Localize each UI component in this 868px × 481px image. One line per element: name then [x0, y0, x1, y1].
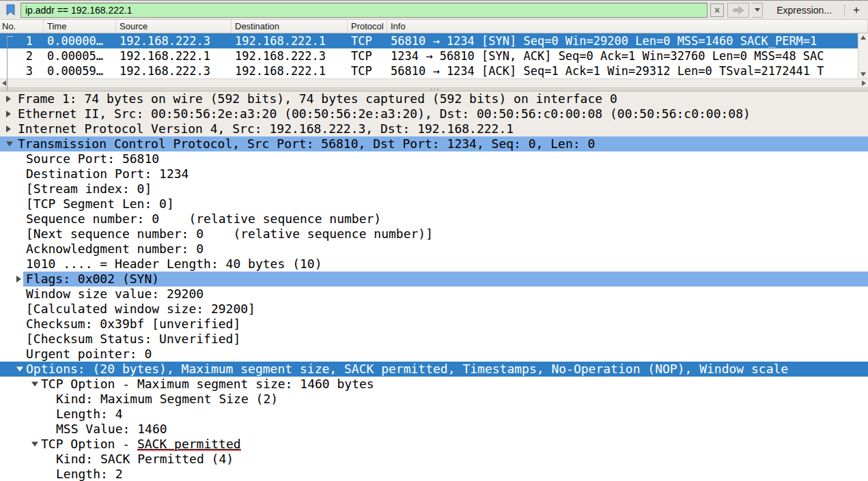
- cell-destination: 192.168.222.3: [232, 48, 348, 63]
- cell-source: 192.168.222.1: [116, 48, 232, 63]
- detail-row-ethernet[interactable]: Ethernet II, Src: 00:50:56:2e:a3:20 (00:…: [0, 106, 868, 121]
- expander-collapsed-icon[interactable]: [6, 96, 11, 102]
- detail-row-mss-kind[interactable]: Kind: Maximum Segment Size (2): [0, 392, 868, 407]
- cell-protocol: TCP: [348, 48, 387, 63]
- detail-row-next-sequence-number[interactable]: [Next sequence number: 0 (relative seque…: [0, 227, 868, 242]
- expander-expanded-icon[interactable]: [31, 442, 38, 447]
- expander-collapsed-icon[interactable]: [16, 276, 21, 282]
- detail-row-ip[interactable]: Internet Protocol Version 4, Src: 192.16…: [0, 121, 868, 136]
- sack-permitted-link[interactable]: SACK permitted: [137, 437, 241, 451]
- column-header-destination[interactable]: Destination: [232, 20, 348, 33]
- clear-filter-button[interactable]: ×: [710, 3, 724, 17]
- packet-row-1[interactable]: 1 0.00000… 192.168.222.3 192.168.222.1 T…: [0, 33, 868, 48]
- cell-info: 56810 → 1234 [SYN] Seq=0 Win=29200 Len=0…: [387, 33, 868, 48]
- detail-row-options[interactable]: Options: (20 bytes), Maximum segment siz…: [0, 362, 868, 377]
- cell-source: 192.168.222.3: [116, 63, 232, 78]
- filter-expression-text: ip.addr == 192.168.222.1: [25, 3, 707, 17]
- packet-list-header: No. Time Source Destination Protocol Inf…: [0, 20, 868, 33]
- detail-row-window-size[interactable]: Window size value: 29200: [0, 287, 868, 302]
- display-filter-toolbar: ip.addr == 192.168.222.1 × Expression...…: [0, 1, 868, 20]
- detail-row-acknowledgment-number[interactable]: Acknowledgment number: 0: [0, 242, 868, 257]
- filter-history-dropdown[interactable]: [752, 3, 763, 18]
- scroll-left-icon[interactable]: [2, 81, 6, 86]
- clear-icon: ×: [714, 5, 720, 16]
- sack-option-prefix: TCP Option -: [41, 437, 137, 451]
- expression-button[interactable]: Expression...: [766, 5, 841, 16]
- detail-row-mss-length[interactable]: Length: 4: [0, 407, 868, 422]
- cell-info: 1234 → 56810 [SYN, ACK] Seq=0 Ack=1 Win=…: [387, 48, 868, 63]
- bookmark-button[interactable]: [3, 3, 18, 18]
- detail-row-sequence-number[interactable]: Sequence number: 0 (relative sequence nu…: [0, 212, 868, 227]
- packet-list-horizontal-scrollbar[interactable]: [0, 78, 868, 88]
- cell-protocol: TCP: [348, 33, 387, 48]
- column-header-info[interactable]: Info: [387, 20, 868, 33]
- packet-row-3[interactable]: 3 0.00059… 192.168.222.3 192.168.222.1 T…: [0, 63, 868, 78]
- wireshark-window: ip.addr == 192.168.222.1 × Expression...…: [0, 0, 868, 481]
- cell-no: 1: [0, 33, 44, 48]
- cell-source: 192.168.222.3: [116, 33, 232, 48]
- detail-row-mss-value[interactable]: MSS Value: 1460: [0, 422, 868, 437]
- cell-no: 3: [0, 63, 44, 78]
- expander-collapsed-icon[interactable]: [6, 126, 11, 132]
- detail-row-checksum-status[interactable]: [Checksum Status: Unverified]: [0, 332, 868, 347]
- packet-details-pane: Frame 1: 74 bytes on wire (592 bits), 74…: [0, 91, 868, 481]
- detail-row-frame[interactable]: Frame 1: 74 bytes on wire (592 bits), 74…: [0, 91, 868, 106]
- detail-row-tcp[interactable]: Transmission Control Protocol, Src Port:…: [0, 136, 868, 151]
- detail-row-tcp-option-sack[interactable]: TCP Option - SACK permitted: [0, 437, 868, 452]
- scroll-down-icon[interactable]: [860, 72, 866, 76]
- expander-collapsed-icon[interactable]: [6, 111, 11, 117]
- column-header-source[interactable]: Source: [116, 20, 232, 33]
- cell-time: 0.00000…: [44, 33, 116, 48]
- detail-row-sack-kind[interactable]: Kind: SACK Permitted (4): [0, 452, 868, 467]
- scroll-up-icon[interactable]: [860, 35, 866, 40]
- cell-time: 0.00059…: [44, 63, 116, 78]
- apply-arrow-icon: [733, 5, 744, 15]
- expander-expanded-icon[interactable]: [6, 142, 13, 147]
- add-filter-button[interactable]: +: [848, 3, 865, 17]
- detail-row-tcp-option-mss[interactable]: TCP Option - Maximum segment size: 1460 …: [0, 377, 868, 392]
- apply-filter-button[interactable]: [727, 3, 749, 18]
- detail-row-sack-length[interactable]: Length: 2: [0, 467, 868, 481]
- detail-row-source-port[interactable]: Source Port: 56810: [0, 151, 868, 166]
- column-header-protocol[interactable]: Protocol: [348, 20, 387, 33]
- cell-destination: 192.168.222.1: [232, 63, 348, 78]
- detail-row-flags[interactable]: Flags: 0x002 (SYN): [0, 272, 868, 287]
- scroll-right-icon[interactable]: [862, 81, 866, 86]
- column-header-time[interactable]: Time: [44, 20, 116, 33]
- cell-time: 0.00005…: [44, 48, 116, 63]
- cell-no: 2: [0, 48, 44, 63]
- detail-row-segment-len[interactable]: [TCP Segment Len: 0]: [0, 196, 868, 212]
- detail-row-destination-port[interactable]: Destination Port: 1234: [0, 166, 868, 181]
- display-filter-input[interactable]: ip.addr == 192.168.222.1: [20, 3, 708, 18]
- detail-row-urgent-pointer[interactable]: Urgent pointer: 0: [0, 347, 868, 362]
- packet-list-vertical-scrollbar[interactable]: [858, 33, 868, 78]
- cell-destination: 192.168.222.1: [232, 33, 348, 48]
- toolbar-separator: [844, 4, 845, 16]
- detail-row-checksum[interactable]: Checksum: 0x39bf [unverified]: [0, 317, 868, 332]
- expander-expanded-icon[interactable]: [16, 367, 23, 372]
- detail-row-header-length[interactable]: 1010 .... = Header Length: 40 bytes (10): [0, 257, 868, 272]
- packet-list: 1 0.00000… 192.168.222.3 192.168.222.1 T…: [0, 33, 868, 78]
- detail-row-stream-index[interactable]: [Stream index: 0]: [0, 181, 868, 196]
- cell-protocol: TCP: [348, 63, 387, 78]
- packet-row-2[interactable]: 2 0.00005… 192.168.222.1 192.168.222.3 T…: [0, 48, 868, 63]
- expander-expanded-icon[interactable]: [31, 382, 38, 387]
- detail-row-calculated-window-size[interactable]: [Calculated window size: 29200]: [0, 302, 868, 317]
- cell-info: 56810 → 1234 [ACK] Seq=1 Ack=1 Win=29312…: [387, 63, 868, 78]
- bookmark-icon: [5, 4, 16, 16]
- chevron-down-icon: [755, 8, 760, 12]
- column-header-no[interactable]: No.: [0, 20, 44, 33]
